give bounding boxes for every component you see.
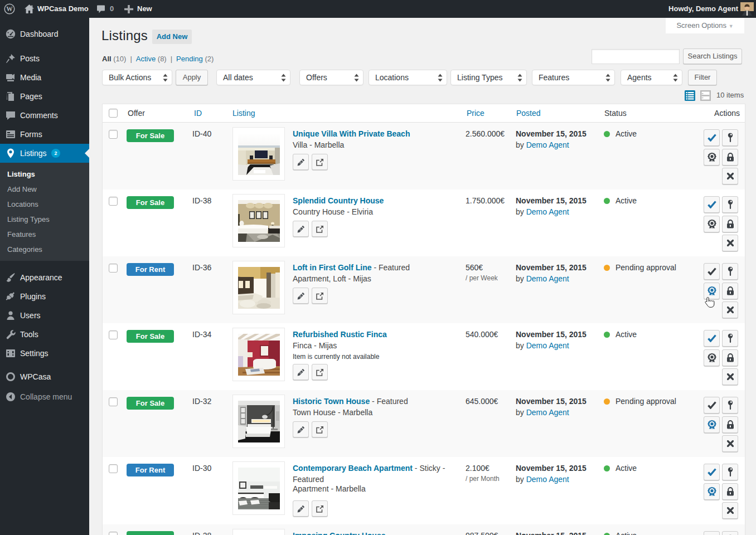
svg-text:W: W [6, 6, 13, 12]
